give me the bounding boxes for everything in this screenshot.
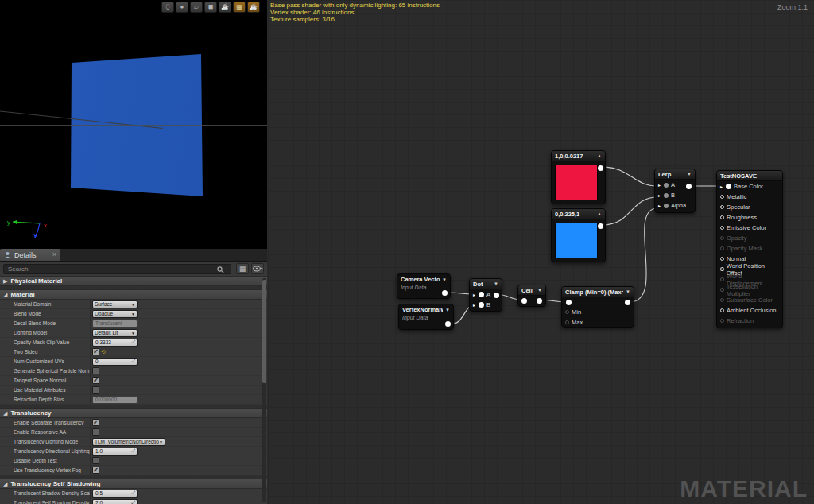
node-camera-vector[interactable]: Camera Vector ▼ Input Data [397,273,451,299]
cylinder-preview-button[interactable]: ⬯ [161,2,174,13]
row-translucency-lighting-mode: Translucency Lighting Mode TLM_Volumetri… [0,437,267,447]
input-pin[interactable] [566,300,572,305]
collapse-icon[interactable]: ▼ [687,172,692,176]
collapse-icon[interactable]: ▲ [597,211,602,216]
details-scrollbar[interactable] [262,278,266,502]
pin-ambient-occlusion[interactable] [720,308,724,312]
collapse-icon[interactable]: ▲ [597,153,602,158]
selected-mesh-preview-button[interactable]: ▦ [233,2,246,13]
use-translucency-vertex-fog-checkbox[interactable]: ✓ [92,467,99,474]
input-pin-min[interactable] [565,310,569,314]
pin-emissive-color[interactable] [720,226,724,230]
pin-specular[interactable] [720,205,724,209]
expand-icon[interactable]: ⤢ [131,339,135,345]
pin-opacity [720,236,724,240]
material-graph-canvas[interactable]: Base pass shader with only dynamic light… [268,0,814,504]
lighting-model-dropdown[interactable]: Default Lit▼ [92,329,138,337]
material-domain-dropdown[interactable]: Surface▼ [92,300,138,308]
active-preview-shape-button[interactable]: ☕ [247,2,260,13]
pin-normal[interactable] [720,257,724,261]
translucent-shadow-density-input[interactable]: 0.5⤢ [92,490,138,498]
collapse-icon[interactable]: ▼ [626,289,630,294]
translucency-lighting-mode-dropdown[interactable]: TLM_VolumetricNonDirectional▼ [92,438,165,446]
section-translucency[interactable]: ◢ Translucency [0,408,267,418]
expand-icon[interactable]: ⤢ [131,448,135,454]
pin-metallic[interactable] [720,195,724,199]
input-pin-max[interactable] [565,320,569,324]
pin-world-displacement [720,277,724,281]
chevron-down-icon: ◢ [3,481,7,487]
output-pin[interactable] [445,321,451,327]
input-pin-a[interactable] [664,183,669,188]
collapse-icon[interactable]: ▼ [445,308,450,312]
sphere-preview-button[interactable]: ● [176,2,188,13]
opacity-mask-clip-input[interactable]: 0.3333⤢ [92,339,138,347]
node-vertex-normal-ws[interactable]: VertexNormalWS ▼ Input Data [398,304,454,330]
search-input[interactable] [3,264,231,274]
cube-preview-button[interactable]: ◼ [204,2,217,13]
refraction-depth-bias-field: 0.000000 [92,396,138,404]
node-constant-blue[interactable]: 0,0.225,1 ▲ [551,208,606,262]
pin-roughness[interactable] [720,215,724,219]
section-material[interactable]: ◢ Material [0,289,267,300]
collapse-icon[interactable]: ▼ [442,277,447,282]
eye-filter-icon[interactable] [251,263,264,274]
close-icon[interactable]: × [52,251,56,258]
enable-separate-translucency-checkbox[interactable]: ✓ [92,419,99,426]
translucency-directional-lighting-input[interactable]: 1.0⤢ [92,448,138,456]
output-pin[interactable] [442,290,448,296]
row-disable-depth-test: Disable Depth Test [0,456,267,466]
input-pin[interactable] [521,298,527,304]
translucent-self-shadow-density-input[interactable]: 2.0⤢ [92,499,138,504]
zoom-level-label: Zoom 1:1 [777,3,808,11]
node-constant-red[interactable]: 1,0,0.0217 ▲ [551,150,606,204]
row-translucent-self-shadow-density: Translucent Self Shadow Density Scale 2.… [0,498,267,504]
node-material-output[interactable]: TestNOSAVE ▸ Base Color Metallic Specula… [716,170,783,328]
section-translucency-self-shadowing[interactable]: ◢ Translucency Self Shadowing [0,479,267,489]
graph-watermark: MATERIAL [680,475,808,502]
expand-icon[interactable]: ⤢ [131,490,135,496]
collapse-icon[interactable]: ▼ [537,288,542,293]
node-dot[interactable]: Dot ▼ ▸ A ▸ B [469,278,502,312]
wire-arrow-icon: ▸ [658,192,661,198]
wire-arrow-icon: ▸ [720,184,723,189]
output-pin[interactable] [686,184,692,189]
teapot-preview-button[interactable]: ☕ [219,2,231,13]
input-pin-b[interactable] [664,193,669,198]
enable-responsive-aa-checkbox[interactable] [92,428,99,436]
wire-arrow-icon: ▸ [658,182,661,188]
input-pin-a[interactable] [479,292,484,297]
tab-details[interactable]: Details × [0,249,60,261]
disable-depth-test-checkbox[interactable] [92,457,99,464]
tangent-space-normal-checkbox[interactable]: ✓ [92,377,99,384]
output-pin[interactable] [494,293,499,298]
grid-view-icon[interactable]: ▦ [236,263,249,274]
output-pin[interactable] [598,223,603,229]
collapse-icon[interactable]: ▼ [494,281,498,286]
spherical-particle-normals-checkbox[interactable] [92,367,99,374]
wire-arrow-icon: ▸ [473,302,475,308]
node-ceil[interactable]: Ceil ▼ [517,285,546,307]
input-pin-alpha[interactable] [664,204,669,208]
input-pin-b[interactable] [479,302,484,308]
expand-icon[interactable]: ⤢ [131,359,135,364]
output-pin[interactable] [625,300,630,305]
section-physical-material[interactable]: ▶ Physical Material [0,276,267,286]
preview-viewport[interactable]: ⬯ ● ▱ ◼ ☕ ▦ ☕ y x [0,0,267,249]
expand-icon[interactable]: ⤢ [131,500,135,504]
num-customized-uvs-input[interactable]: 0⤢ [92,358,138,366]
node-lerp[interactable]: Lerp ▼ ▸ A ▸ B ▸ Alpha [654,169,696,213]
output-pin[interactable] [537,298,542,304]
output-pin[interactable] [598,165,603,171]
plane-preview-button[interactable]: ▱ [190,2,203,13]
two-sided-checkbox[interactable]: ✓ [92,348,99,355]
pin-world-position-offset[interactable] [720,267,724,271]
reset-to-default-icon[interactable]: ⟲ [101,349,106,355]
node-clamp[interactable]: Clamp (Min=0) (Max=1) ▼ Min Max [561,286,634,328]
pin-base-color[interactable] [726,184,731,189]
scrollbar-thumb[interactable] [262,280,266,383]
row-refraction-depth-bias: Refraction Depth Bias 0.000000 [0,395,267,405]
blend-mode-dropdown[interactable]: Opaque▼ [92,310,138,318]
use-material-attributes-checkbox[interactable] [92,386,99,394]
axis-gizmo-icon: y x [6,215,57,244]
